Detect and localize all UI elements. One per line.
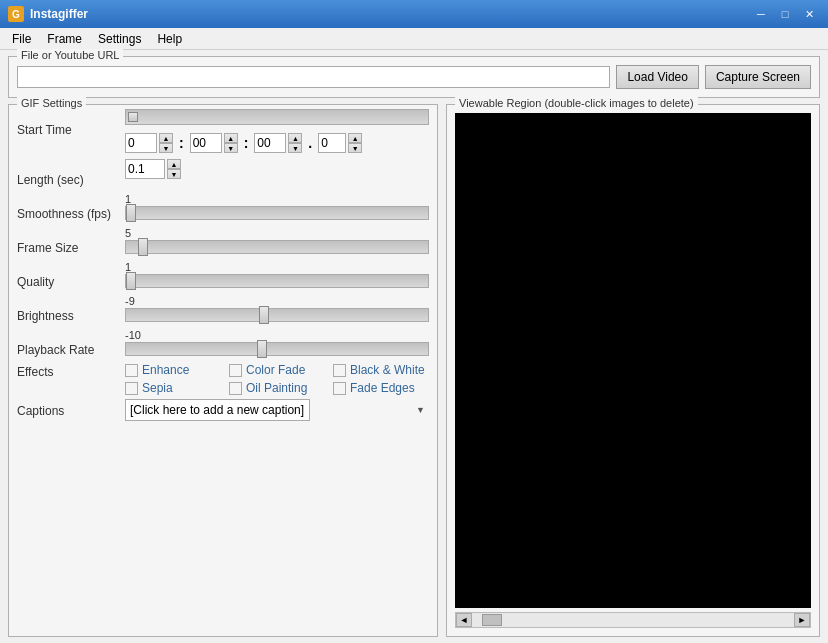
smoothness-row: Smoothness (fps) 1 [17,193,429,221]
frame-size-slider[interactable] [125,240,429,254]
start-time-label: Start Time [17,109,117,137]
window-controls: ─ □ ✕ [750,4,820,24]
load-video-button[interactable]: Load Video [616,65,699,89]
viewable-region-label: Viewable Region (double-click images to … [455,97,698,109]
length-input[interactable] [125,159,165,179]
menu-settings[interactable]: Settings [90,30,149,48]
title-bar: G Instagiffer ─ □ ✕ [0,0,828,28]
frames-up-btn[interactable]: ▲ [348,133,362,143]
oil-painting-label[interactable]: Oil Painting [246,381,307,395]
seconds-down-btn[interactable]: ▼ [288,143,302,153]
scroll-left-btn[interactable]: ◄ [456,613,472,627]
quality-label: Quality [17,261,117,289]
captions-wrapper: [Click here to add a new caption] [125,399,429,421]
effect-color-fade: Color Fade [229,363,325,377]
brightness-control: -9 [125,295,429,322]
menu-help[interactable]: Help [149,30,190,48]
minutes-up-btn[interactable]: ▲ [224,133,238,143]
color-fade-label[interactable]: Color Fade [246,363,305,377]
captions-row: Captions [Click here to add a new captio… [17,399,429,421]
smoothness-slider[interactable] [125,206,429,220]
length-up-btn[interactable]: ▲ [167,159,181,169]
black-white-checkbox[interactable] [333,364,346,377]
brightness-slider[interactable] [125,308,429,322]
brightness-row: Brightness -9 [17,295,429,323]
playback-label: Playback Rate [17,329,117,357]
start-time-frames[interactable] [318,133,346,153]
start-time-seconds[interactable] [254,133,286,153]
close-button[interactable]: ✕ [798,4,820,24]
frame-size-control: 5 [125,227,429,254]
viewable-canvas[interactable] [455,113,811,608]
effect-oil-painting: Oil Painting [229,381,325,395]
url-input[interactable] [17,66,610,88]
length-control: ▲ ▼ [125,159,429,179]
main-content: File or Youtube URL Load Video Capture S… [0,50,828,643]
maximize-button[interactable]: □ [774,4,796,24]
brightness-label: Brightness [17,295,117,323]
playback-row: Playback Rate -10 [17,329,429,357]
seconds-up-btn[interactable]: ▲ [288,133,302,143]
menu-frame[interactable]: Frame [39,30,90,48]
horizontal-scrollbar: ◄ ► [455,612,811,628]
length-down-btn[interactable]: ▼ [167,169,181,179]
start-time-row: Start Time ▲ ▼ : ▲ [17,109,429,153]
frames-down-btn[interactable]: ▼ [348,143,362,153]
quality-row: Quality 1 [17,261,429,289]
start-time-hours[interactable] [125,133,157,153]
sepia-checkbox[interactable] [125,382,138,395]
captions-select[interactable]: [Click here to add a new caption] [125,399,310,421]
capture-screen-button[interactable]: Capture Screen [705,65,811,89]
gif-settings-panel: GIF Settings Start Time ▲ ▼ : [8,104,438,637]
menu-bar: File Frame Settings Help [0,28,828,50]
enhance-label[interactable]: Enhance [142,363,189,377]
hours-down-btn[interactable]: ▼ [159,143,173,153]
color-fade-checkbox[interactable] [229,364,242,377]
gif-settings-label: GIF Settings [17,97,86,109]
sepia-label[interactable]: Sepia [142,381,173,395]
effect-black-white: Black & White [333,363,429,377]
scroll-track[interactable] [472,613,794,627]
scroll-thumb[interactable] [482,614,502,626]
hours-up-btn[interactable]: ▲ [159,133,173,143]
app-icon: G [8,6,24,22]
effect-fade-edges: Fade Edges [333,381,429,395]
start-time-minutes[interactable] [190,133,222,153]
effects-label: Effects [17,363,117,379]
effect-enhance: Enhance [125,363,221,377]
frame-size-row: Frame Size 5 [17,227,429,255]
minutes-down-btn[interactable]: ▼ [224,143,238,153]
fade-edges-label[interactable]: Fade Edges [350,381,415,395]
enhance-checkbox[interactable] [125,364,138,377]
viewable-region-panel: Viewable Region (double-click images to … [446,104,820,637]
length-row: Length (sec) ▲ ▼ [17,159,429,187]
url-section: File or Youtube URL Load Video Capture S… [8,56,820,98]
frame-size-label: Frame Size [17,227,117,255]
smoothness-label: Smoothness (fps) [17,193,117,221]
app-title: Instagiffer [30,7,88,21]
menu-file[interactable]: File [4,30,39,48]
two-col-layout: GIF Settings Start Time ▲ ▼ : [8,104,820,637]
effect-sepia: Sepia [125,381,221,395]
quality-slider[interactable] [125,274,429,288]
black-white-label[interactable]: Black & White [350,363,425,377]
smoothness-control: 1 [125,193,429,220]
minimize-button[interactable]: ─ [750,4,772,24]
quality-control: 1 [125,261,429,288]
length-label: Length (sec) [17,159,117,187]
start-time-control: ▲ ▼ : ▲ ▼ : ▲ ▼ [125,109,429,153]
url-section-label: File or Youtube URL [17,49,123,61]
playback-slider[interactable] [125,342,429,356]
fade-edges-checkbox[interactable] [333,382,346,395]
captions-label: Captions [17,402,117,418]
playback-control: -10 [125,329,429,356]
effects-grid: Enhance Color Fade Black & White Sepia [125,363,429,395]
oil-painting-checkbox[interactable] [229,382,242,395]
effects-row: Effects Enhance Color Fade Black & White [17,363,429,395]
scroll-right-btn[interactable]: ► [794,613,810,627]
